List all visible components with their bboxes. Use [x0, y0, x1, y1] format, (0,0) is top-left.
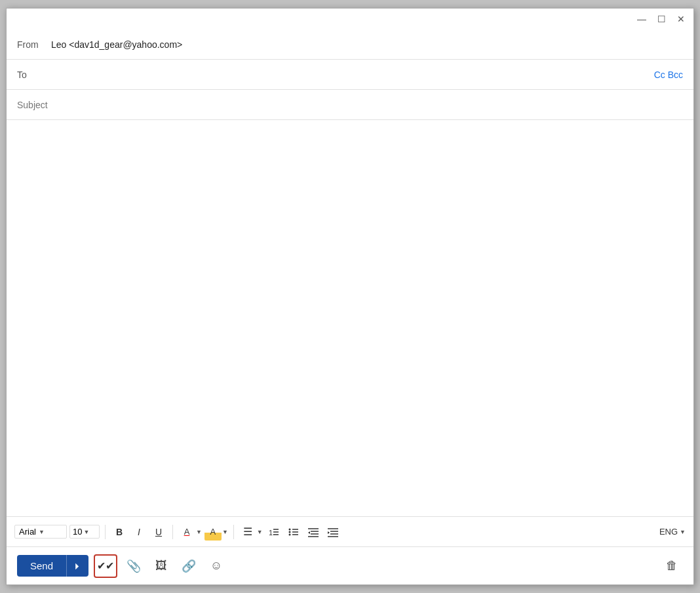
- separator-2: [172, 525, 173, 539]
- font-family-value: Arial: [19, 527, 36, 537]
- emoji-icon: ☺: [210, 559, 222, 573]
- separator-3: [233, 525, 234, 539]
- send-button[interactable]: Send: [17, 555, 66, 577]
- language-selector[interactable]: ENG ▼: [659, 527, 686, 537]
- send-dropdown-button[interactable]: ⏵: [66, 555, 88, 577]
- body-textarea[interactable]: [17, 125, 683, 511]
- attach-icon: 📎: [126, 559, 141, 573]
- highlight-color-group[interactable]: A ▼: [204, 523, 228, 541]
- font-family-arrow-icon: ▼: [39, 529, 45, 535]
- font-size-selector[interactable]: 10 ▼: [69, 525, 100, 539]
- subject-row: [7, 90, 693, 120]
- separator-1: [105, 525, 106, 539]
- align-group[interactable]: ☰ ▼: [239, 523, 263, 541]
- language-arrow-icon: ▼: [680, 529, 686, 535]
- decrease-indent-button[interactable]: [305, 523, 322, 541]
- align-arrow-icon: ▼: [257, 529, 263, 535]
- subject-input[interactable]: [17, 100, 683, 110]
- font-size-value: 10: [73, 527, 82, 537]
- title-bar: — ☐ ✕: [7, 9, 693, 30]
- from-label: From: [17, 39, 43, 50]
- highlight-color-button[interactable]: A: [204, 523, 222, 541]
- svg-point-6: [288, 533, 290, 535]
- to-row: To Cc Bcc: [7, 60, 693, 90]
- svg-point-4: [288, 528, 290, 530]
- bold-button[interactable]: B: [111, 523, 128, 541]
- font-color-group[interactable]: A ▼: [178, 523, 202, 541]
- trash-icon: 🗑: [666, 559, 678, 573]
- spell-check-button[interactable]: ✔✔: [94, 554, 117, 578]
- font-family-selector[interactable]: Arial ▼: [14, 525, 67, 539]
- close-button[interactable]: ✕: [674, 12, 688, 26]
- send-arrow-icon: ⏵: [73, 561, 82, 571]
- to-input[interactable]: [51, 70, 649, 80]
- image-button[interactable]: 🖼: [150, 555, 172, 577]
- compose-window: — ☐ ✕ From Leo <dav1d_gear@yahoo.com> To…: [6, 8, 694, 585]
- align-button[interactable]: ☰: [239, 523, 256, 541]
- cc-bcc-button[interactable]: Cc Bcc: [654, 70, 683, 80]
- underline-button[interactable]: U: [150, 523, 167, 541]
- language-value: ENG: [659, 527, 678, 537]
- svg-point-5: [288, 531, 290, 533]
- minimize-button[interactable]: —: [634, 12, 649, 26]
- from-row: From Leo <dav1d_gear@yahoo.com>: [7, 30, 693, 60]
- to-label: To: [17, 70, 43, 80]
- svg-marker-14: [308, 531, 310, 534]
- svg-marker-19: [328, 531, 330, 534]
- spell-check-icon: ✔✔: [97, 560, 114, 572]
- link-icon: 🔗: [182, 559, 196, 573]
- highlight-color-arrow-icon: ▼: [222, 529, 228, 535]
- formatting-toolbar: Arial ▼ 10 ▼ B I U A ▼ A ▼ ☰ ▼: [7, 516, 693, 546]
- italic-button[interactable]: I: [130, 523, 147, 541]
- font-color-arrow-icon: ▼: [196, 529, 202, 535]
- font-color-button[interactable]: A: [178, 523, 195, 541]
- from-value: Leo <dav1d_gear@yahoo.com>: [51, 39, 182, 50]
- increase-indent-button[interactable]: [324, 523, 341, 541]
- svg-text:1.: 1.: [269, 529, 275, 537]
- maximize-button[interactable]: ☐: [654, 12, 669, 26]
- body-area: [7, 120, 693, 516]
- image-icon: 🖼: [155, 559, 167, 573]
- link-button[interactable]: 🔗: [178, 555, 200, 577]
- emoji-button[interactable]: ☺: [205, 555, 227, 577]
- action-bar: Send ⏵ ✔✔ 📎 🖼 🔗 ☺ 🗑: [7, 546, 693, 584]
- attach-button[interactable]: 📎: [123, 555, 145, 577]
- font-size-arrow-icon: ▼: [83, 529, 89, 535]
- bullet-list-button[interactable]: [285, 523, 302, 541]
- send-group: Send ⏵: [17, 555, 88, 577]
- ordered-list-button[interactable]: 1.: [265, 523, 282, 541]
- delete-button[interactable]: 🗑: [661, 555, 683, 577]
